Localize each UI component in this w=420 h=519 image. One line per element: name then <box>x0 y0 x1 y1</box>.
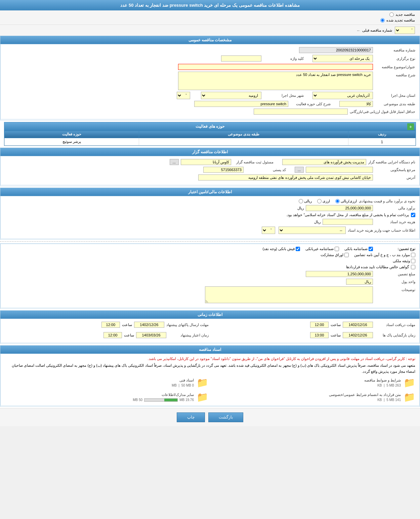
type-select[interactable]: یک مرحله ای <box>312 55 373 62</box>
contract-file-sizes: 141 KB | 5 MB <box>329 398 401 402</box>
purchase-cost-input[interactable] <box>323 219 373 225</box>
finance-header: اطلاعات مالی/تامین اعتبار <box>0 188 420 196</box>
ref-input[interactable] <box>306 167 373 173</box>
unit-input[interactable] <box>346 279 373 285</box>
budget-row: برآورد مالی ریال <box>5 205 415 211</box>
activity-label: شرح کلی حوزه فعالیت <box>290 102 331 106</box>
send-offer-time-label: ساعت <box>122 323 132 327</box>
send-offer-date-input[interactable] <box>134 322 164 328</box>
validity-time-input[interactable] <box>103 332 122 338</box>
estimate-both-radio[interactable] <box>335 199 340 203</box>
guarantee-desc-row: توضیحات <box>5 286 415 303</box>
renew-tender-radio[interactable] <box>380 18 385 23</box>
budget-input[interactable] <box>306 205 373 211</box>
receive-doc-time-input[interactable] <box>310 322 329 328</box>
responsible-browse-button[interactable]: ... <box>170 159 179 165</box>
bottom-buttons: بازگشت چاپ <box>0 408 420 426</box>
activity-input[interactable] <box>194 101 288 107</box>
desc-row: شرح مناقصه خرید pressure switch ضد انفجا… <box>5 72 415 90</box>
estimate-both-label: ارزی/ریالی <box>341 199 357 203</box>
title-input[interactable]: مناقصه عمومی یک مرحله ای خرید pressure s… <box>178 64 373 70</box>
national-duty-checkbox[interactable] <box>411 259 415 263</box>
technical-file-info: اسناد فنی 0 MB | 50 MB <box>172 378 194 387</box>
tender-number-row: شماره مناقصه <box>5 47 415 53</box>
bank-guarantee-checkbox[interactable] <box>369 247 373 251</box>
validity-time-label: ساعت <box>124 333 134 337</box>
account-info-type-select[interactable]: ˇ <box>262 227 275 234</box>
city-extra-select[interactable]: ˇ <box>177 92 190 99</box>
estimate-rial-radio[interactable] <box>299 199 303 203</box>
insurance-checkbox[interactable] <box>335 247 339 251</box>
national-duty-label: وثیقه ملکی <box>393 259 410 263</box>
cash-check-option: فیش بانکی (وجه نقد) <box>262 247 300 251</box>
ref-browse-button[interactable]: ... <box>295 167 304 173</box>
min-score-input[interactable] <box>254 109 348 115</box>
tender-number-input[interactable] <box>299 47 373 53</box>
prev-tender-num-select[interactable]: ˇ <box>395 27 415 34</box>
receive-doc-label: مهلت دریافت اسناد <box>375 323 415 327</box>
cash-check-label: فیش بانکی (وجه نقد) <box>262 247 295 251</box>
open-offer-date-input[interactable] <box>343 332 373 338</box>
account-info-select[interactable]: -- <box>279 227 346 234</box>
responsible-input[interactable] <box>181 159 231 165</box>
postal-input[interactable] <box>203 167 244 173</box>
payment-check-checkbox[interactable] <box>411 213 415 217</box>
conditions-file-icon: 📁 <box>404 377 415 388</box>
activity-add-button[interactable]: + <box>407 123 414 130</box>
unit-row: واحد پول <box>5 279 415 285</box>
open-offer-time-input[interactable] <box>310 332 329 338</box>
city-select[interactable]: ارومیه <box>201 92 261 99</box>
time-form: مهلت دریافت اسناد ساعت مهلت ارسال پاکتها… <box>0 319 420 343</box>
keyword-label: کلید واژه <box>263 56 304 61</box>
org-name-label: نام دستگاه اجرایی مناقصه گزار <box>368 160 415 164</box>
finance-section: اطلاعات مالی/تامین اعتبار نحوه ی برآورد … <box>0 188 420 240</box>
cash-check-checkbox[interactable] <box>296 247 300 251</box>
prev-tender-num-row: ˇ شماره مناقصه قبلی -- <box>0 25 420 36</box>
validity-date-input[interactable] <box>136 332 166 338</box>
activity-table: ردیف طبقه بندی موضوعی حوزه فعالیت 1 پرشر… <box>4 130 416 146</box>
guarantee-type-row3: وثیقه ملکی <box>5 259 415 263</box>
docs-note: توجه : کاربر گرامی، دریافت اسناد در مهلت… <box>5 357 415 361</box>
back-button[interactable]: بازگشت <box>208 412 243 422</box>
print-button[interactable]: چاپ <box>177 412 205 422</box>
tender-type-radio-group: مناقصه جدید مناقصه تجدید شده <box>0 10 420 25</box>
keyword-input[interactable] <box>221 55 261 62</box>
estimate-foreign-radio[interactable] <box>317 199 322 203</box>
title-row: عنوان/موضوع مناقصه مناقصه عمومی یک مرحله… <box>5 64 415 70</box>
bank-guarantee-option: ضمانتنامه بانکی <box>344 247 373 251</box>
budget-label: برآورد مالی <box>375 206 415 210</box>
send-offer-label: مهلت ارسال پاکتهای پیشنهاد <box>166 323 209 327</box>
org-name-row: نام دستگاه اجرایی مناقصه گزار مسئول ثبت … <box>5 159 415 165</box>
type-keyword-row: نوع برگزاری یک مرحله ای کلید واژه <box>5 55 415 62</box>
docs-info: متعهد می شود در اسناد مناقصه، صرفاً پذیر… <box>5 363 415 374</box>
finance-form: نحوه ی برآورد مالی و قیمت پیشنهادی ارزی/… <box>0 196 420 239</box>
doc-file-conditions: 📁 شرایط و ضوابط مناقصه 263 KB | 5 MB <box>212 377 415 388</box>
org-name-input[interactable] <box>282 159 366 165</box>
desc-textarea[interactable]: خرید pressure switch ضد انفجار به تعداد … <box>178 72 373 90</box>
activity-col-category: طبقه بندی موضوعی <box>139 131 348 138</box>
technical-file-sizes: 0 MB | 50 MB <box>172 384 194 387</box>
guarantee-desc-textarea[interactable] <box>205 286 373 303</box>
category-input[interactable] <box>339 101 373 107</box>
send-offer-row: مهلت ارسال پاکتهای پیشنهاد ساعت <box>5 322 209 328</box>
activity-col-row: ردیف <box>348 131 416 138</box>
province-select[interactable]: آذربایجان غربی <box>312 92 373 99</box>
new-tender-radio[interactable] <box>389 12 394 17</box>
ref-label: مرجع پاسخگویی <box>375 168 415 172</box>
send-offer-time-input[interactable] <box>101 322 120 328</box>
certificate-checkbox[interactable] <box>411 265 415 269</box>
page-title: مشاهده اطلاعات مناقصه عمومی یک مرحله ای … <box>0 0 420 10</box>
national-duty-option: وثیقه ملکی <box>393 259 415 263</box>
other-file-label: سایر مدارک/اطلاعات <box>133 393 194 397</box>
time-section: اطلاعات زمانی مهلت دریافت اسناد ساعت مهل… <box>0 310 420 344</box>
guarantee-amount-input[interactable] <box>306 271 373 277</box>
conditions-file-label: شرایط و ضوابط مناقصه <box>364 378 401 383</box>
conditions-file-sizes: 263 KB | 5 MB <box>364 384 401 387</box>
new-tender-label: مناقصه جدید <box>395 12 415 17</box>
conditions-file-info: شرایط و ضوابط مناقصه 263 KB | 5 MB <box>364 378 401 387</box>
min-score-row: حداقل امتیاز قابل قبول ارزیابی فنی/بازرگ… <box>5 109 415 115</box>
receive-doc-date-input[interactable] <box>343 322 373 328</box>
address-input[interactable] <box>198 174 373 181</box>
participation-checkbox[interactable] <box>344 253 349 257</box>
bonds-checkbox[interactable] <box>411 253 415 257</box>
